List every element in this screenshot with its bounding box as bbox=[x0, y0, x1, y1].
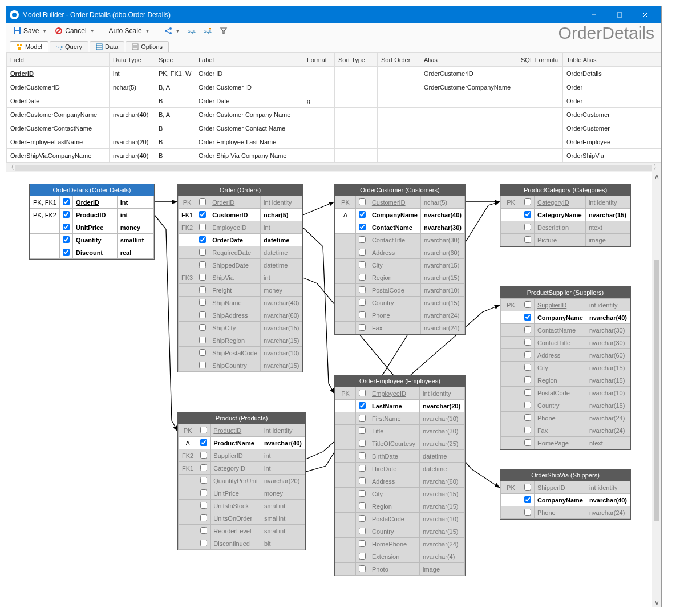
entity-row[interactable]: Addressnvarchar(60) bbox=[335, 246, 465, 259]
grid-cell-tablealias[interactable]: OrderCustomer bbox=[563, 108, 617, 121]
entity-checkbox-cell[interactable] bbox=[521, 221, 535, 234]
grid-cell-label[interactable]: Order Customer Company Name bbox=[195, 108, 303, 121]
entity-checkbox-cell[interactable] bbox=[356, 525, 369, 538]
entity-field-name[interactable]: City bbox=[369, 488, 420, 500]
grid-cell-dtype[interactable]: int bbox=[110, 67, 155, 80]
entity-row[interactable]: Extensionnvarchar(4) bbox=[335, 550, 465, 563]
entity-checkbox-cell[interactable] bbox=[196, 246, 209, 259]
entity-row[interactable]: RequiredDatedatetime bbox=[179, 246, 302, 259]
entity-row[interactable]: Phonenvarchar(24) bbox=[501, 412, 630, 424]
grid-cell-sortorder[interactable] bbox=[378, 108, 420, 121]
entity-row[interactable]: ReorderLevelsmallint bbox=[179, 525, 305, 537]
checkbox[interactable] bbox=[359, 249, 366, 256]
entity-field-name[interactable]: Extension bbox=[369, 550, 420, 563]
checkbox[interactable] bbox=[359, 286, 366, 293]
grid-cell-alias[interactable] bbox=[420, 108, 517, 121]
entity-checkbox-cell[interactable] bbox=[356, 463, 369, 475]
entity-row[interactable]: Citynvarchar(15) bbox=[335, 488, 465, 500]
entity-field-name[interactable]: UnitPrice bbox=[72, 221, 117, 234]
grid-header[interactable]: Sort Type bbox=[335, 53, 378, 67]
entity-row[interactable]: FK1CustomerIDnchar(5) bbox=[179, 209, 302, 221]
checkbox[interactable] bbox=[63, 236, 70, 243]
grid-cell-spec[interactable]: B bbox=[155, 149, 195, 163]
entity-row[interactable]: ShipNamenvarchar(40) bbox=[179, 297, 302, 309]
entity-row[interactable]: Quantitysmallint bbox=[30, 234, 154, 246]
entity-row[interactable]: Regionnvarchar(15) bbox=[335, 271, 465, 284]
entity-row[interactable]: TitleOfCourtesynvarchar(25) bbox=[335, 437, 465, 450]
grid-cell-spec[interactable]: PK, FK1, W bbox=[155, 67, 195, 80]
entity-field-name[interactable]: Photo bbox=[369, 563, 420, 576]
entity-orderdetails[interactable]: OrderDetails (Order Details)PK, FK1Order… bbox=[29, 184, 155, 260]
grid-cell-format[interactable] bbox=[303, 149, 335, 163]
grid-cell-dtype[interactable]: nvarchar(40) bbox=[110, 108, 155, 121]
entity-row[interactable]: Addressnvarchar(60) bbox=[335, 475, 465, 488]
checkbox[interactable] bbox=[524, 427, 531, 433]
entity-field-name[interactable]: ShipAddress bbox=[209, 309, 261, 322]
checkbox[interactable] bbox=[359, 540, 366, 547]
entity-shipvia[interactable]: OrderShipVia (Shippers)PKShipperIDint id… bbox=[500, 469, 631, 520]
entity-row[interactable]: PostalCodenvarchar(10) bbox=[335, 513, 465, 525]
checkbox[interactable] bbox=[63, 224, 70, 230]
entity-field-name[interactable]: SupplierID bbox=[211, 449, 261, 462]
grid-cell-format[interactable] bbox=[303, 135, 335, 149]
checkbox[interactable] bbox=[199, 299, 206, 306]
entity-row[interactable]: BirthDatedatetime bbox=[335, 450, 465, 463]
entity-field-name[interactable]: CompanyName bbox=[534, 494, 586, 506]
entity-field-name[interactable]: Phone bbox=[534, 412, 586, 424]
entity-field-name[interactable]: Title bbox=[369, 425, 420, 437]
grid-header[interactable]: Sort Order bbox=[378, 53, 420, 67]
grid-cell-dtype[interactable]: nvarchar(20) bbox=[110, 135, 155, 149]
entity-checkbox-cell[interactable] bbox=[196, 259, 209, 271]
entity-field-name[interactable]: UnitsInStock bbox=[211, 500, 261, 512]
entity-title[interactable]: Order (Orders) bbox=[178, 184, 302, 196]
checkbox[interactable] bbox=[524, 351, 531, 358]
entity-checkbox-cell[interactable] bbox=[355, 284, 369, 297]
entity-field-name[interactable]: PostalCode bbox=[534, 387, 586, 399]
entity-row[interactable]: Titlenvarchar(30) bbox=[335, 425, 465, 437]
checkbox[interactable] bbox=[359, 261, 366, 268]
grid-header[interactable]: Field bbox=[7, 53, 110, 67]
checkbox[interactable] bbox=[200, 502, 207, 509]
checkbox[interactable] bbox=[524, 301, 531, 308]
grid-cell-sqlformula[interactable] bbox=[517, 80, 563, 94]
entity-row[interactable]: FirstNamenvarchar(10) bbox=[335, 412, 465, 425]
entity-row[interactable]: ContactTitlenvarchar(30) bbox=[335, 234, 465, 246]
entity-row[interactable]: Pictureimage bbox=[501, 234, 630, 246]
entity-checkbox-cell[interactable] bbox=[355, 246, 369, 259]
entity-row[interactable]: HomePagentext bbox=[501, 437, 630, 449]
grid-cell-alias[interactable] bbox=[420, 121, 517, 135]
checkbox[interactable] bbox=[524, 376, 531, 383]
tab-data[interactable]: Data bbox=[90, 41, 124, 52]
grid-cell-sorttype[interactable] bbox=[335, 135, 378, 149]
grid-row[interactable]: OrderCustomerContactNameBOrder Customer … bbox=[7, 121, 661, 135]
checkbox[interactable] bbox=[199, 249, 206, 256]
entity-field-name[interactable]: ShipCity bbox=[209, 322, 261, 334]
entity-field-name[interactable]: Fax bbox=[369, 322, 420, 334]
grid-cell-tablealias[interactable]: Order bbox=[563, 80, 617, 94]
entity-title[interactable]: ProductSupplier (Suppliers) bbox=[500, 287, 630, 298]
entity-field-name[interactable]: Region bbox=[369, 271, 420, 284]
autoscale-button[interactable]: Auto Scale ▼ bbox=[106, 26, 153, 36]
entity-field-name[interactable]: Fax bbox=[534, 424, 586, 437]
entity-field-name[interactable]: BirthDate bbox=[369, 450, 420, 463]
grid-header[interactable]: SQL Formula bbox=[517, 53, 563, 67]
entity-field-name[interactable]: FirstName bbox=[369, 412, 420, 425]
checkbox[interactable] bbox=[359, 440, 366, 447]
checkbox[interactable] bbox=[359, 324, 366, 331]
entity-row[interactable]: ShipRegionnvarchar(15) bbox=[179, 334, 302, 347]
entity-checkbox-cell[interactable] bbox=[197, 449, 211, 462]
entity-checkbox-cell[interactable] bbox=[521, 481, 534, 494]
entity-checkbox-cell[interactable] bbox=[355, 309, 369, 322]
entity-row[interactable]: ShippedDatedatetime bbox=[179, 259, 302, 271]
entity-checkbox-cell[interactable] bbox=[355, 221, 369, 234]
entity-row[interactable]: AProductNamenvarchar(40) bbox=[179, 437, 305, 449]
entity-field-name[interactable]: EmployeeID bbox=[209, 221, 261, 234]
grid-cell-format[interactable] bbox=[303, 121, 335, 135]
checkbox[interactable] bbox=[199, 236, 206, 243]
entity-checkbox-cell[interactable] bbox=[197, 462, 211, 475]
entity-checkbox-cell[interactable] bbox=[356, 538, 369, 550]
entity-row[interactable]: Regionnvarchar(15) bbox=[501, 374, 630, 387]
entity-field-name[interactable]: SupplierID bbox=[534, 299, 586, 311]
entity-field-name[interactable]: ShipperID bbox=[534, 481, 586, 494]
grid-header[interactable]: Label bbox=[195, 53, 303, 67]
